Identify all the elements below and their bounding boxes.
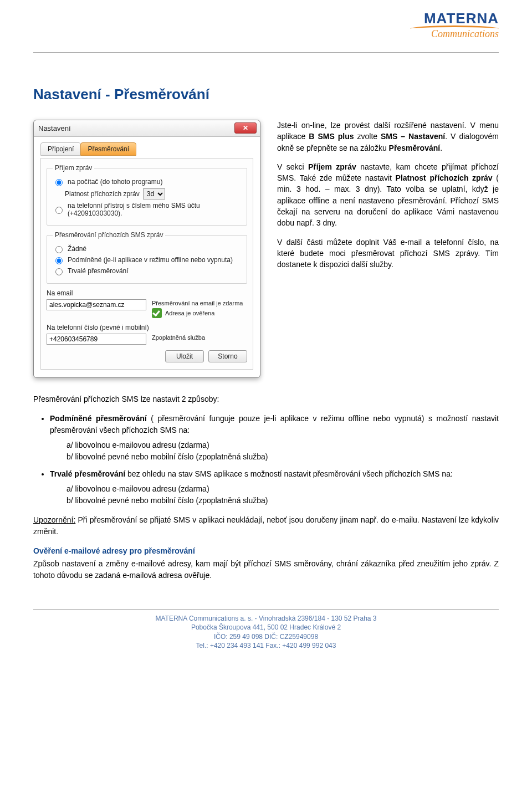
sub-b1: b/ libovolné pevné nebo mobilní číslo (z… bbox=[66, 451, 499, 463]
sub-a1: a/ libovolnou e-mailovou adresu (zdarma) bbox=[66, 439, 499, 451]
email-note: Přesměrování na email je zdarma bbox=[152, 299, 243, 307]
group-redirect-legend: Přesměrování příchozích SMS zpráv bbox=[53, 231, 165, 239]
lead-text: Přesměrování příchozích SMS lze nastavit… bbox=[33, 393, 499, 405]
sub-b2: b/ libovolné pevné nebo mobilní číslo (z… bbox=[66, 495, 499, 507]
logo-text-top: MATERNA bbox=[410, 11, 499, 25]
sub-a2: a/ libovolnou e-mailovou adresu (zdarma) bbox=[66, 483, 499, 495]
warning-text: Upozornění: Při přesměrování se přijaté … bbox=[33, 514, 499, 538]
tab-redirect[interactable]: Přesměrování bbox=[80, 142, 136, 156]
radio-redirect-permanent-label: Trvalé přesměrování bbox=[68, 267, 129, 275]
email-section-label: Na email bbox=[47, 289, 247, 297]
radio-redirect-permanent[interactable] bbox=[55, 268, 63, 275]
footer-line-1: MATERNA Communications a. s. - Vinohrads… bbox=[33, 614, 499, 623]
group-redirect: Přesměrování příchozích SMS zpráv Žádné … bbox=[47, 231, 247, 284]
group-receive-legend: Příjem zpráv bbox=[53, 164, 94, 172]
tab-connection[interactable]: Připojení bbox=[40, 142, 81, 156]
close-icon: ✕ bbox=[243, 124, 248, 132]
list-item-permanent: Trvalé přesměrování bez ohledu na stav S… bbox=[50, 468, 499, 507]
settings-dialog: Nastavení ✕ Připojení Přesměrování Příje… bbox=[33, 120, 260, 378]
close-button[interactable]: ✕ bbox=[234, 122, 257, 134]
radio-redirect-conditional-label: Podmíněné (je-li aplikace v režimu offli… bbox=[68, 256, 233, 264]
footer-line-2: Pobočka Škroupova 441, 500 02 Hradec Krá… bbox=[33, 623, 499, 632]
page-footer: MATERNA Communications a. s. - Vinohrads… bbox=[33, 609, 499, 650]
dialog-titlebar: Nastavení ✕ bbox=[34, 120, 260, 137]
validity-select[interactable]: 3d bbox=[143, 188, 165, 199]
verify-heading: Ověření e-mailové adresy pro přesměrován… bbox=[33, 545, 499, 557]
list-item-conditional: Podmíněné přesměrování ( přesměrování fu… bbox=[50, 413, 499, 463]
footer-divider bbox=[33, 609, 499, 610]
radio-redirect-none[interactable] bbox=[55, 246, 63, 253]
radio-to-computer[interactable] bbox=[55, 179, 63, 186]
intro-p1: Jste-li on-line, lze provést další rozší… bbox=[277, 120, 499, 154]
page-title: Nastavení - Přesměrování bbox=[33, 86, 499, 103]
save-button[interactable]: Uložit bbox=[165, 350, 204, 362]
phone-section-label: Na telefonní číslo (pevné i mobilní) bbox=[47, 324, 247, 331]
cancel-button[interactable]: Storno bbox=[208, 350, 247, 362]
verified-text: Adresa je ověřena bbox=[165, 309, 214, 317]
radio-to-computer-label: na počítač (do tohoto programu) bbox=[68, 178, 162, 186]
phone-input[interactable] bbox=[47, 334, 146, 345]
intro-p3: V další části můžete doplnit Váš e-mail … bbox=[277, 237, 499, 270]
verified-icon bbox=[152, 308, 162, 318]
header-divider bbox=[33, 52, 499, 53]
email-input[interactable] bbox=[47, 299, 146, 310]
logo-text-sub: Communications bbox=[410, 29, 499, 39]
radio-to-phone[interactable] bbox=[55, 207, 63, 214]
brand-logo: MATERNA Communications bbox=[410, 11, 499, 39]
footer-line-4: Tel.: +420 234 493 141 Fax.: +420 499 99… bbox=[33, 641, 499, 650]
validity-label: Platnost příchozích zpráv bbox=[65, 190, 140, 198]
intro-p2: V sekci Příjem zpráv nastavte, kam chcet… bbox=[277, 161, 499, 229]
footer-line-3: IČO: 259 49 098 DIČ: CZ25949098 bbox=[33, 632, 499, 641]
phone-note: Zpoplatněná služba bbox=[152, 334, 205, 341]
radio-redirect-none-label: Žádné bbox=[68, 245, 86, 253]
dialog-title: Nastavení bbox=[38, 124, 71, 132]
group-receive: Příjem zpráv na počítač (do tohoto progr… bbox=[47, 164, 247, 226]
radio-to-phone-label: na telefonní přístroj s číslem mého SMS … bbox=[68, 202, 241, 217]
radio-redirect-conditional[interactable] bbox=[55, 257, 63, 264]
verify-text: Způsob nastavení a změny e-mailové adres… bbox=[33, 558, 499, 581]
